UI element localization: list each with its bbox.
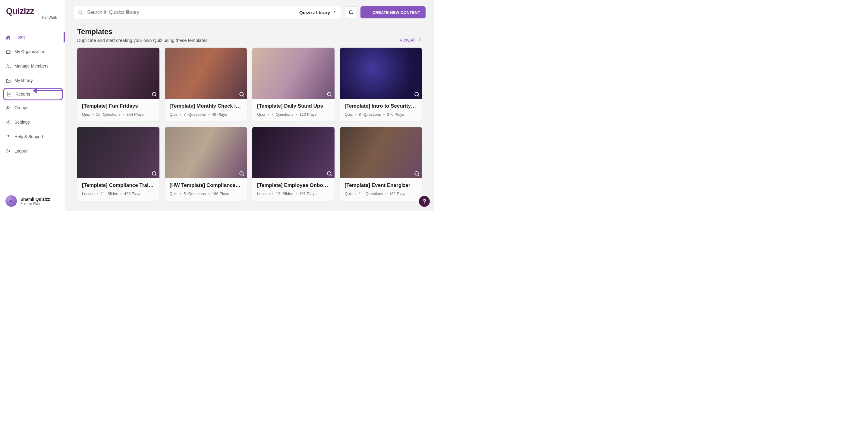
card-body: [HW Template] Compliance T…Quiz5Question…	[165, 178, 247, 201]
content: Templates Duplicate and start creating y…	[65, 24, 434, 211]
card-body: [Template] Fun FridaysQuiz10Questions854…	[77, 99, 159, 121]
search-scope-button[interactable]: Quizizz library	[295, 7, 341, 18]
brand-logo[interactable]: Quizizz For Work	[0, 0, 65, 22]
sidebar-item-label: Home	[14, 35, 26, 39]
create-content-button[interactable]: CREATE NEW CONTENT	[361, 6, 426, 19]
template-card[interactable]: [Template] Fun FridaysQuiz10Questions854…	[77, 48, 159, 121]
card-type: Lesson	[257, 191, 270, 196]
card-count-unit: Questions	[363, 112, 381, 117]
svg-point-4	[9, 107, 10, 108]
template-card[interactable]: [Template] Intro to Security T…Quiz8Ques…	[340, 48, 422, 121]
user-chip[interactable]: Shamil Quizizz Premier Plan	[0, 191, 65, 211]
quizizz-watermark-icon	[414, 171, 420, 176]
plus-icon	[366, 10, 370, 15]
sidebar-item-my-library[interactable]: My library	[0, 73, 65, 88]
svg-point-11	[152, 92, 156, 96]
card-body: [Template] Event EnergizerQuiz11Question…	[340, 178, 422, 201]
svg-point-13	[327, 92, 331, 96]
sidebar-item-label: Groups	[14, 105, 28, 110]
quizizz-watermark-icon	[239, 171, 244, 176]
card-plays: 182 Plays	[389, 191, 406, 196]
sidebar-item-logout[interactable]: Logout	[0, 144, 65, 158]
card-title: [Template] Employee Onboar…	[257, 182, 330, 188]
card-title: [Template] Daily Stand Ups	[257, 103, 330, 109]
section-header: Templates Duplicate and start creating y…	[77, 27, 422, 43]
card-thumbnail	[165, 127, 247, 178]
template-card[interactable]: [HW Template] Compliance T…Quiz5Question…	[165, 127, 247, 201]
card-meta: Quiz10Questions854 Plays	[82, 112, 155, 117]
quizizz-watermark-icon	[327, 171, 332, 176]
svg-point-3	[7, 106, 8, 107]
notifications-button[interactable]	[345, 6, 357, 19]
svg-point-9	[12, 200, 12, 201]
svg-point-14	[415, 92, 418, 96]
search-bar[interactable]: Quizizz library	[73, 6, 341, 19]
search-scope-label: Quizizz library	[299, 10, 330, 15]
card-count-unit: Slides	[107, 191, 118, 196]
reports-icon	[6, 91, 12, 97]
card-type: Quiz	[170, 191, 178, 196]
card-plays: 49 Plays	[212, 112, 227, 117]
template-card[interactable]: [Template] Monthly Check in …Quiz7Questi…	[165, 48, 247, 121]
view-all-link[interactable]: View All	[400, 37, 422, 43]
sidebar-item-label: My library	[14, 78, 33, 83]
gear-icon	[5, 119, 11, 125]
card-title: [Template] Fun Fridays	[82, 103, 155, 109]
card-meta: Quiz7Questions110 Plays	[257, 112, 330, 117]
sidebar-item-manage-members[interactable]: Manage Members	[0, 59, 65, 73]
section-subtitle: Duplicate and start creating your own Qu…	[77, 38, 208, 43]
svg-point-18	[415, 172, 418, 175]
card-meta: Lesson12Slides101 Plays	[257, 191, 330, 196]
svg-point-17	[327, 172, 331, 175]
card-thumbnail	[252, 48, 335, 99]
card-title: [Template] Monthly Check in …	[170, 103, 242, 109]
brand-subtitle: For Work	[6, 16, 59, 20]
svg-point-7	[8, 198, 14, 204]
card-body: [Template] Employee Onboar…Lesson12Slide…	[252, 178, 335, 201]
sidebar-item-label: My Organization	[14, 49, 45, 54]
bell-icon	[348, 9, 353, 16]
template-card[interactable]: [Template] Compliance Train…Lesson11Slid…	[77, 127, 159, 201]
svg-point-2	[9, 65, 10, 66]
quizizz-watermark-icon	[414, 92, 420, 97]
sidebar-item-label: Settings	[14, 120, 30, 124]
sidebar-item-my-organization[interactable]: My Organization	[0, 44, 65, 59]
folder-icon	[5, 78, 11, 83]
card-body: [Template] Daily Stand UpsQuiz7Questions…	[252, 99, 335, 121]
card-thumbnail	[340, 48, 422, 99]
template-card[interactable]: [Template] Employee Onboar…Lesson12Slide…	[252, 127, 335, 201]
sidebar-item-groups[interactable]: Groups	[0, 100, 65, 115]
card-title: [Template] Compliance Train…	[82, 182, 155, 188]
search-icon	[74, 10, 87, 15]
card-count: 11	[359, 191, 363, 196]
card-plays: 375 Plays	[387, 112, 404, 117]
sidebar-item-home[interactable]: Home	[0, 30, 65, 44]
card-plays: 403 Plays	[124, 191, 141, 196]
card-count: 7	[184, 112, 186, 117]
help-fab[interactable]: ?	[419, 196, 430, 207]
search-input[interactable]	[87, 10, 295, 15]
card-thumbnail	[340, 127, 422, 178]
svg-point-5	[7, 121, 9, 123]
section-title: Templates	[77, 27, 208, 36]
card-type: Lesson	[82, 191, 95, 196]
template-card[interactable]: [Template] Event EnergizerQuiz11Question…	[340, 127, 422, 201]
quizizz-watermark-icon	[239, 92, 244, 97]
sidebar-item-label: Reports	[16, 92, 30, 96]
card-plays: 101 Plays	[299, 191, 316, 196]
sidebar-item-settings[interactable]: Settings	[0, 115, 65, 129]
card-count: 5	[184, 191, 186, 196]
card-count: 12	[276, 191, 280, 196]
card-count-unit: Questions	[188, 191, 206, 196]
card-count-unit: Slides	[282, 191, 293, 196]
view-all-label: View All	[400, 37, 415, 42]
sidebar-item-help[interactable]: Help & Support	[0, 129, 65, 144]
card-type: Quiz	[257, 112, 265, 117]
main: Quizizz library CREATE NEW CONTENT Templ…	[65, 0, 434, 211]
template-card[interactable]: [Template] Daily Stand UpsQuiz7Questions…	[252, 48, 335, 121]
card-title: [Template] Intro to Security T…	[345, 103, 417, 109]
card-plays: 180 Plays	[212, 191, 229, 196]
caret-down-icon	[333, 10, 337, 15]
help-icon	[5, 134, 11, 139]
user-name: Shamil Quizizz	[21, 197, 50, 202]
